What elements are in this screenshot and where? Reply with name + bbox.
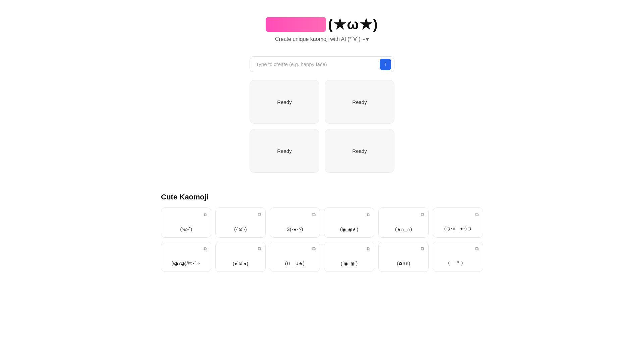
copy-icon: ⧉: [258, 246, 261, 251]
ready-card-3[interactable]: Ready: [250, 129, 319, 173]
kaomoji-text: (·´ω`·): [234, 227, 247, 232]
search-input[interactable]: [250, 56, 394, 72]
tagline: Create unique kaomoji with AI (*´∀`)～♥: [275, 36, 369, 43]
kaomoji-card: ⧉ (●´ω`●): [215, 242, 266, 272]
copy-icon: ⧉: [421, 212, 424, 217]
kaomoji-section: Cute Kaomoji ⧉ ('·ω·`) ⧉ (·´ω`·) ⧉ S(･●･…: [161, 193, 483, 276]
kaomoji-card: ⧉ (∪__∪★): [270, 242, 320, 272]
copy-icon: ⧉: [367, 212, 370, 217]
copy-button[interactable]: ⧉: [312, 245, 316, 252]
copy-button[interactable]: ⧉: [203, 211, 208, 218]
copy-icon: ⧉: [312, 246, 316, 251]
page-wrapper: (★ω★) Create unique kaomoji with AI (*´∀…: [0, 0, 644, 276]
kaomoji-card: ⧉ (·´ω`·): [215, 207, 266, 238]
kaomoji-card: ⧉ S(･●･?): [270, 207, 320, 238]
copy-button[interactable]: ⧉: [203, 245, 208, 252]
kaomoji-text: (✿!∪!): [397, 261, 410, 266]
kaomoji-text: (づ･◉__◉･)づ: [444, 226, 472, 232]
upload-icon: ↑: [384, 61, 387, 68]
kaomoji-card: ⧉ (★∩_∩): [378, 207, 429, 238]
copy-button[interactable]: ⧉: [366, 211, 371, 218]
search-area: ↑: [250, 56, 394, 72]
section-title: Cute Kaomoji: [161, 193, 483, 201]
kaomoji-text: ('·ω·`): [180, 227, 192, 232]
kaomoji-card: ⧉ (✿!∪!): [378, 242, 429, 272]
logo-row: (★ω★): [266, 16, 378, 33]
kaomoji-card: ⧉ (ゞ¯³¯)ゞ: [433, 242, 483, 272]
kaomoji-text: (´◉_◉`): [341, 261, 358, 266]
copy-button[interactable]: ⧉: [312, 211, 316, 218]
submit-button[interactable]: ↑: [380, 59, 391, 70]
kaomoji-card: ⧉ (◉_◉★): [324, 207, 374, 238]
header: (★ω★) Create unique kaomoji with AI (*´∀…: [266, 16, 378, 43]
copy-icon: ⧉: [258, 212, 261, 217]
kaomoji-row-2: ⧉ (/◕7◕)//*:･ﾟ✧ ⧉ (●´ω`●) ⧉ (∪__∪★) ⧉: [161, 242, 483, 272]
copy-icon: ⧉: [367, 246, 370, 251]
kaomoji-row-1: ⧉ ('·ω·`) ⧉ (·´ω`·) ⧉ S(･●･?) ⧉ (: [161, 207, 483, 238]
copy-button[interactable]: ⧉: [475, 245, 479, 252]
kaomoji-text: (★∩_∩): [395, 227, 412, 232]
copy-button[interactable]: ⧉: [420, 211, 425, 218]
copy-icon: ⧉: [475, 246, 479, 251]
kaomoji-text: (ゞ¯³¯)ゞ: [448, 260, 467, 266]
copy-button[interactable]: ⧉: [257, 245, 262, 252]
kaomoji-text: (∪__∪★): [285, 261, 305, 266]
ready-card-1[interactable]: Ready: [250, 80, 319, 124]
kaomoji-text: (●´ω`●): [233, 261, 249, 266]
copy-button[interactable]: ⧉: [475, 211, 479, 218]
ready-card-4[interactable]: Ready: [325, 129, 394, 173]
copy-icon: ⧉: [312, 212, 316, 217]
copy-icon: ⧉: [204, 246, 207, 251]
copy-icon: ⧉: [204, 212, 207, 217]
kaomoji-card: ⧉ ('·ω·`): [161, 207, 211, 238]
copy-icon: ⧉: [475, 212, 479, 217]
kaomoji-text: S(･●･?): [287, 227, 303, 232]
copy-button[interactable]: ⧉: [257, 211, 262, 218]
kaomoji-text: (◉_◉★): [340, 227, 358, 232]
kaomoji-text: (/◕7◕)//*:･ﾟ✧: [171, 261, 201, 266]
copy-button[interactable]: ⧉: [366, 245, 371, 252]
logo-text: (★ω★): [328, 16, 378, 33]
kaomoji-card: ⧉ (/◕7◕)//*:･ﾟ✧: [161, 242, 211, 272]
copy-icon: ⧉: [421, 246, 424, 251]
logo-bar: [266, 17, 326, 32]
kaomoji-card: ⧉ (´◉_◉`): [324, 242, 374, 272]
ready-card-2[interactable]: Ready: [325, 80, 394, 124]
copy-button[interactable]: ⧉: [420, 245, 425, 252]
kaomoji-card: ⧉ (づ･◉__◉･)づ: [433, 207, 483, 238]
ready-cards-grid: Ready Ready Ready Ready: [250, 80, 394, 173]
